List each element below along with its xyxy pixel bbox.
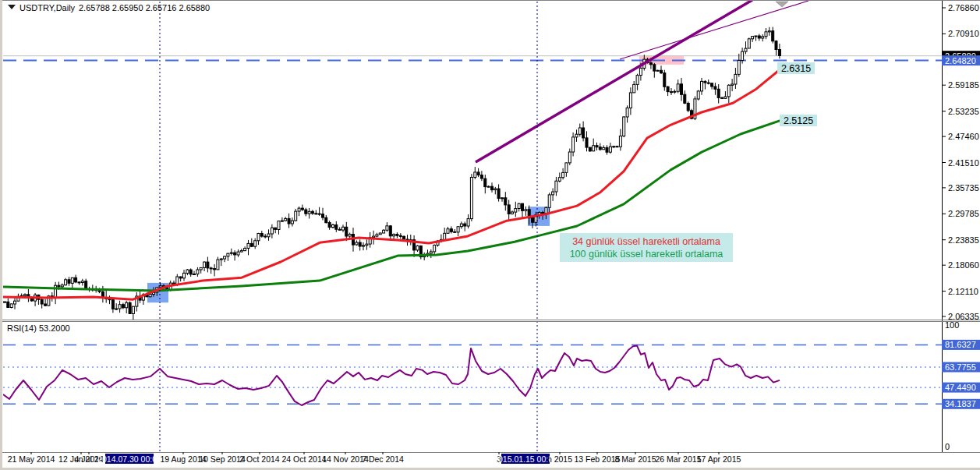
date-label: 24 Oct 2014 xyxy=(281,454,326,464)
price-axis-label: 2.76860 xyxy=(948,3,979,12)
ema100-label-text: 2.5125 xyxy=(784,115,813,126)
date-label: 2 Oct 2014 xyxy=(239,454,280,464)
dashed-level-price-label: 2.64820 xyxy=(945,56,976,65)
rsi-level-label: 63.7755 xyxy=(945,362,976,372)
price-axis-label: 2.29785 xyxy=(948,209,979,218)
legend-ema34-label: 34 günlük üssel hareketli ortalama xyxy=(572,236,720,247)
symbol-header: USDTRY,Daily 2.65788 2.65950 2.65716 2.6… xyxy=(8,3,210,12)
date-label: 17 Apr 2015 xyxy=(697,454,741,464)
date-label: 26 Mar 2015 xyxy=(656,454,702,464)
rsi-level-label: 47.4490 xyxy=(945,383,976,392)
price-axis-label: 2.47460 xyxy=(948,132,979,141)
date-label: 10 Sep 2014 xyxy=(199,454,246,464)
legend-box: 34 günlük üssel hareketli ortalama 100 g… xyxy=(560,233,733,262)
rsi-level-label: 34.1837 xyxy=(945,399,976,408)
date-label-highlighted: 2014.07.30 00:00 xyxy=(97,454,161,464)
price-axis-label: 2.12110 xyxy=(948,287,978,296)
rsi-bottom-label: 0 xyxy=(945,442,950,451)
price-axis-label: 2.70910 xyxy=(948,29,979,38)
date-label: n 2015 xyxy=(547,454,572,464)
ema100-value-label: 2.5125 xyxy=(780,115,817,126)
price-axis-label: 2.59185 xyxy=(948,80,979,90)
ema34-value-label: 2.6315 xyxy=(777,62,815,74)
window-frame xyxy=(0,0,980,470)
ema34-label-text: 2.6315 xyxy=(781,63,811,74)
rsi-indicator-label: RSI(14) 53.2000 xyxy=(7,323,70,333)
price-axis-label: 2.23835 xyxy=(948,235,979,245)
time-scale[interactable]: 21 May 201412 Jun 20144 Jul 202014.07.30… xyxy=(8,452,741,464)
price-axis-label: 2.41510 xyxy=(948,158,979,168)
rsi-level-label: 81.6327 xyxy=(945,340,976,349)
symbol-title: USDTRY,Daily xyxy=(19,3,76,12)
quote-ohlc: 2.65788 2.65950 2.65716 2.65880 xyxy=(79,3,210,12)
price-axis-label: 2.18060 xyxy=(948,260,979,270)
date-label: 8 Mar 2015 xyxy=(614,454,656,464)
rsi-top-label: 100 xyxy=(945,320,959,330)
date-label: 7 Dec 2014 xyxy=(362,454,404,464)
date-label: 13 Feb 2015 xyxy=(575,454,621,464)
price-axis-label: 2.35735 xyxy=(948,183,979,193)
chart-canvas: 2.768602.709102.591852.532352.474602.415… xyxy=(0,0,980,470)
date-label: 21 May 2014 xyxy=(8,454,55,464)
price-axis-label: 2.53235 xyxy=(948,107,979,116)
legend-ema100-label: 100 günlük üssel hareketli ortalama xyxy=(570,249,724,260)
chart-window: 2.768602.709102.591852.532352.474602.415… xyxy=(0,0,980,470)
